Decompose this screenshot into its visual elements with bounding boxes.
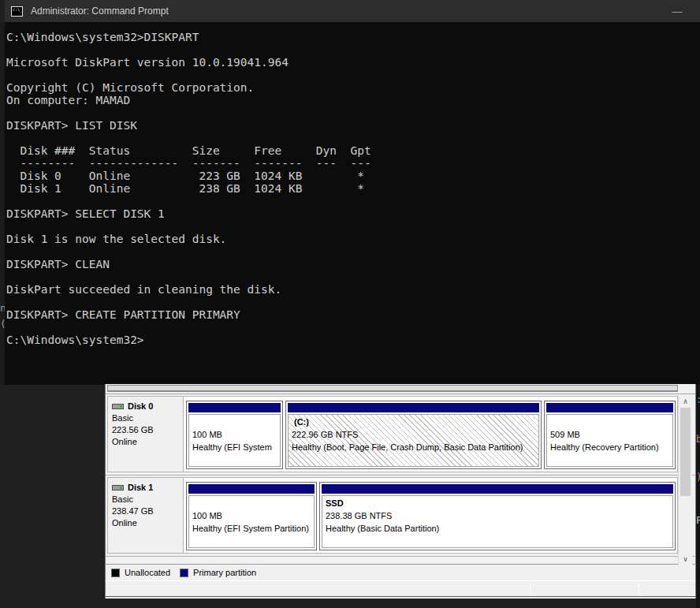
right-fragment: F bbox=[696, 515, 700, 526]
disk-row-0: Disk 0 Basic 223.56 GB Online 100 MB Hea… bbox=[106, 394, 695, 476]
vertical-scrollbar-thumb[interactable] bbox=[680, 408, 691, 496]
partition-label: SSD bbox=[326, 497, 671, 509]
right-fragment: : bbox=[696, 394, 700, 405]
disk1-size: 238.47 GB bbox=[112, 505, 183, 517]
primary-partition-color-bar bbox=[288, 403, 539, 412]
disk0-size: 223.56 GB bbox=[112, 424, 183, 436]
background-window-right-sliver: : b ) F bbox=[696, 385, 700, 608]
disk0-partition-c[interactable]: (C:) 222.96 GB NTFS Healthy (Boot, Page … bbox=[285, 401, 542, 469]
command-prompt-window: c:\_ Administrator: Command Prompt — C:\… bbox=[5, 0, 700, 385]
partition-health: Healthy (Boot, Page File, Crash Dump, Ba… bbox=[292, 441, 537, 453]
disk1-label-cell[interactable]: Disk 1 Basic 238.47 GB Online bbox=[107, 477, 184, 554]
disk1-partition-efi[interactable]: 100 MB Healthy (EFI System Partition) bbox=[186, 482, 317, 550]
disk0-graph: 100 MB Healthy (EFI System (C:) 222.96 G… bbox=[184, 396, 678, 472]
disk1-graph: 100 MB Healthy (EFI System Partition) SS… bbox=[184, 477, 678, 554]
status-bar-separator bbox=[639, 584, 639, 594]
disk1-status: Online bbox=[112, 517, 183, 529]
screen: n ( c:\_ Administrator: Command Prompt —… bbox=[0, 0, 700, 608]
disk0-partition-efi[interactable]: 100 MB Healthy (EFI System bbox=[186, 401, 283, 469]
disk-management-window: Disk 0 Basic 223.56 GB Online 100 MB Hea… bbox=[105, 384, 696, 599]
partition-health: Healthy (Recovery Partition) bbox=[550, 441, 671, 453]
primary-partition-color-bar bbox=[322, 484, 673, 494]
disk-drive-icon bbox=[112, 485, 124, 491]
partition-health: Healthy (EFI System Partition) bbox=[192, 522, 312, 535]
disk1-partition-ssd[interactable]: SSD 238.38 GB NTFS Healthy (Basic Data P… bbox=[319, 482, 676, 550]
partition-legend: Unallocated Primary partition bbox=[106, 564, 695, 580]
primary-partition-swatch bbox=[180, 569, 188, 577]
horizontal-scrollbar[interactable] bbox=[106, 384, 695, 394]
unallocated-label: Unallocated bbox=[125, 568, 170, 577]
status-bar bbox=[106, 580, 695, 597]
command-prompt-icon: c:\_ bbox=[11, 6, 23, 17]
partition-health: Healthy (EFI System bbox=[192, 441, 278, 453]
disk0-status: Online bbox=[112, 436, 183, 448]
primary-partition-label: Primary partition bbox=[193, 568, 256, 577]
status-bar-separator bbox=[530, 584, 531, 594]
scroll-up-icon[interactable]: ∧ bbox=[679, 395, 692, 408]
disk0-type: Basic bbox=[112, 412, 183, 424]
disk0-partition-recovery[interactable]: 509 MB Healthy (Recovery Partition) bbox=[544, 401, 676, 469]
partition-size: 509 MB bbox=[550, 428, 671, 441]
unallocated-swatch bbox=[111, 569, 120, 577]
disk0-label-cell[interactable]: Disk 0 Basic 223.56 GB Online bbox=[107, 396, 184, 472]
partition-size: 222.96 GB NTFS bbox=[292, 428, 537, 441]
disk0-name: Disk 0 bbox=[128, 401, 153, 412]
terminal-area[interactable]: C:\Windows\system32>DISKPART Microsoft D… bbox=[5, 22, 700, 385]
disk1-name: Disk 1 bbox=[128, 482, 153, 494]
cmd-titlebar[interactable]: c:\_ Administrator: Command Prompt — bbox=[5, 0, 700, 22]
primary-partition-color-bar bbox=[188, 403, 281, 412]
terminal-output: C:\Windows\system32>DISKPART Microsoft D… bbox=[5, 22, 700, 346]
partition-size: 100 MB bbox=[192, 428, 278, 441]
primary-partition-color-bar bbox=[546, 403, 673, 412]
minimize-button[interactable]: — bbox=[664, 0, 691, 22]
partition-size: 238.38 GB NTFS bbox=[326, 509, 671, 522]
partition-label: (C:) bbox=[292, 416, 537, 428]
right-fragment: b bbox=[696, 434, 700, 445]
vertical-scrollbar[interactable]: ∧ ∨ bbox=[678, 395, 692, 565]
disk-row-1: Disk 1 Basic 238.47 GB Online 100 MB Hea… bbox=[106, 476, 695, 557]
partition-health: Healthy (Basic Data Partition) bbox=[326, 522, 671, 535]
disk-drive-icon bbox=[112, 404, 124, 409]
right-fragment: ) bbox=[696, 472, 700, 483]
scroll-down-icon[interactable]: ∨ bbox=[679, 553, 692, 565]
horizontal-scrollbar-thumb[interactable] bbox=[107, 385, 678, 392]
partition-size: 100 MB bbox=[192, 509, 312, 522]
disk1-type: Basic bbox=[112, 494, 183, 505]
window-title: Administrator: Command Prompt bbox=[31, 6, 169, 17]
primary-partition-color-bar bbox=[188, 484, 315, 494]
